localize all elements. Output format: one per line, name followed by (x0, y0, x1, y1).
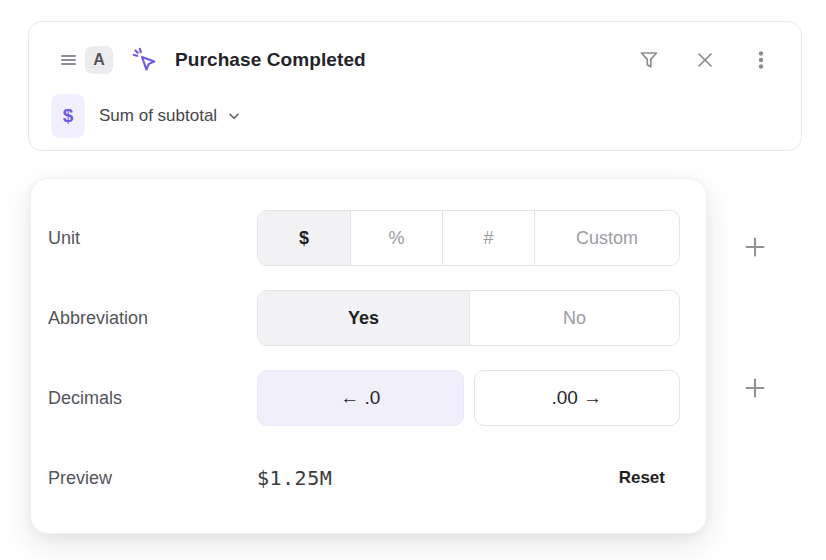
event-title: Purchase Completed (175, 49, 366, 71)
unit-option-dollar[interactable]: $ (258, 211, 350, 265)
decimals-label: Decimals (48, 388, 257, 409)
metric-label: Sum of subtotal (99, 106, 217, 126)
unit-segmented-control: $ % # Custom (257, 210, 680, 266)
decimals-increase-button[interactable]: .00 → (474, 370, 681, 426)
event-letter-badge: A (85, 46, 113, 74)
unit-label: Unit (48, 228, 257, 249)
decimals-controls: ← .0 .00 → (257, 370, 680, 426)
unit-option-number[interactable]: # (442, 211, 534, 265)
event-click-icon (131, 46, 159, 74)
event-card-header: A Purchase Completed (61, 44, 777, 76)
kebab-menu-icon[interactable] (745, 44, 777, 76)
abbreviation-option-yes[interactable]: Yes (258, 291, 469, 345)
event-card: A Purchase Completed $ S (28, 21, 802, 151)
drag-handle-icon[interactable] (61, 53, 76, 67)
chevron-down-icon (226, 108, 242, 124)
unit-row: Unit $ % # Custom (48, 210, 680, 266)
decimals-decrease-button[interactable]: ← .0 (257, 370, 464, 426)
metric-selector[interactable]: Sum of subtotal (99, 106, 242, 126)
unit-option-custom[interactable]: Custom (534, 211, 679, 265)
unit-option-percent[interactable]: % (350, 211, 442, 265)
abbreviation-label: Abbreviation (48, 308, 257, 329)
format-panel: Unit $ % # Custom Abbreviation Yes No De… (30, 178, 707, 534)
filter-icon[interactable] (633, 44, 665, 76)
dollar-badge-icon: $ (51, 94, 85, 138)
reset-button[interactable]: Reset (619, 468, 665, 488)
abbreviation-option-no[interactable]: No (469, 291, 679, 345)
preview-row: Preview $1.25M Reset (48, 450, 680, 506)
abbreviation-row: Abbreviation Yes No (48, 290, 680, 346)
decimals-row: Decimals ← .0 .00 → (48, 370, 680, 426)
abbreviation-segmented-control: Yes No (257, 290, 680, 346)
preview-label: Preview (48, 468, 257, 489)
add-item-icon[interactable] (739, 372, 771, 404)
preview-value: $1.25M (257, 466, 332, 490)
add-event-icon[interactable] (739, 231, 771, 263)
event-card-metric-row: $ Sum of subtotal (51, 94, 777, 138)
close-icon[interactable] (689, 44, 721, 76)
